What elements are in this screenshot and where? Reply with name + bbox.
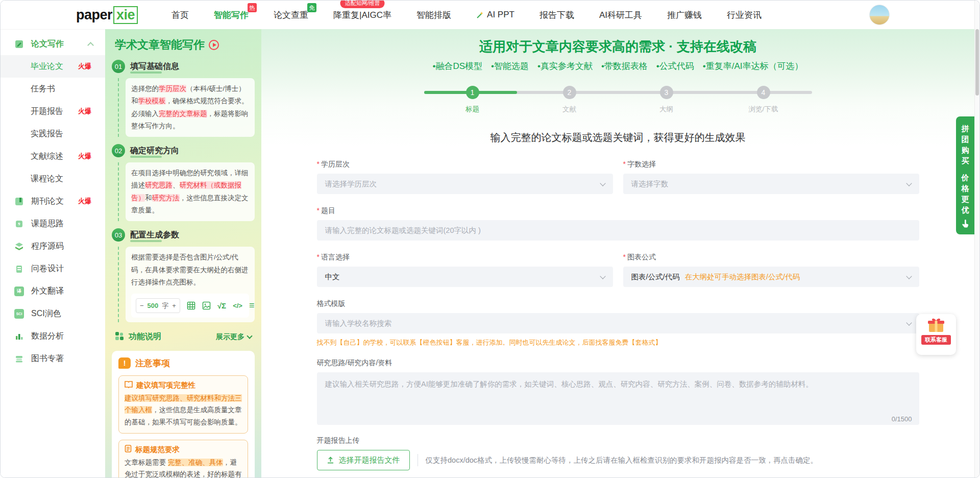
nav-item-smart-typeset[interactable]: 智能排版	[416, 9, 451, 21]
form-subtitle: 输入完整的论文标题或选题关键词，获得更好的生成效果	[261, 131, 974, 145]
plus-icon[interactable]: +	[172, 300, 176, 312]
notice-title: 注意事项	[135, 357, 170, 369]
nav-item-ai-ppt[interactable]: AI PPT	[476, 9, 514, 21]
chevron-down-icon	[600, 273, 605, 279]
upload-hint: 仅支持docx/doc格式，上传较慢需耐心等待，上传之后请在输入框检查识别的要求…	[426, 456, 818, 465]
logo[interactable]: paper xie	[76, 6, 138, 24]
education-select[interactable]: 请选择学历层次	[317, 174, 613, 194]
contact-support-float[interactable]: 联系客服	[916, 314, 956, 355]
hot-label: 火爆	[78, 197, 91, 206]
chevron-down-icon	[600, 180, 605, 186]
guide-step-3: 03 配置生成参数 根据需要选择是否包含图片/公式/代码，在具体要求需要在大纲处…	[112, 228, 255, 322]
sidebar-item-practice-report[interactable]: 实践报告	[1, 123, 105, 145]
show-more-link[interactable]: 展示更多	[216, 332, 252, 342]
sidebar-item-foreign-translation[interactable]: 译 外文翻译	[1, 280, 105, 302]
step-description: 在项目选择中明确您的研究领域，详细描述研究思路、研究材料（或数据报告）和研究方法…	[126, 162, 255, 221]
research-textarea[interactable]	[318, 373, 918, 413]
play-video-icon[interactable]	[209, 40, 219, 50]
hot-label: 火爆	[78, 107, 91, 116]
main-menu: 首页 智能写作 热 论文查重 免 降重复|AIGC率 适配知网/维普 智能排版 …	[172, 9, 762, 21]
step-description: 选择您的学历层次（本科/硕士/博士）和学校模板，确保格式规范符合要求。必须输入完…	[126, 78, 255, 137]
upload-proposal-button[interactable]: 选择开题报告文件	[317, 450, 410, 470]
chevron-down-icon	[906, 273, 912, 279]
divider	[418, 454, 418, 466]
nav-item-report-download[interactable]: 报告下载	[540, 9, 574, 21]
sidebar-item-course-paper[interactable]: 课程论文	[1, 168, 105, 190]
table-icon[interactable]	[187, 301, 195, 310]
sidebar-item-source-code[interactable]: 程序源码	[1, 235, 105, 257]
step-number: 01	[112, 60, 125, 73]
sidebar-item-graduation-thesis[interactable]: 毕业论文 火爆	[1, 55, 105, 78]
progress-step-literature[interactable]: 2 文献	[521, 86, 618, 114]
nav-item-reduce-aigc[interactable]: 降重复|AIGC率 适配知网/维普	[333, 9, 391, 21]
generation-toolbar: − 500 字 + √Σ </> ≡	[131, 294, 249, 317]
nav-item-smart-writing[interactable]: 智能写作 热	[214, 9, 249, 21]
nav-item-ai-research-tools[interactable]: AI科研工具	[599, 9, 642, 21]
app-window: paper xie 首页 智能写作 热 论文查重 免 降重复|AIGC率 适配知…	[0, 0, 980, 478]
language-select[interactable]: 中文	[317, 267, 613, 287]
nav-item-promotion[interactable]: 推广赚钱	[667, 9, 702, 21]
page-scrollbar[interactable]	[974, 1, 979, 477]
sidebar-group-thesis-writing[interactable]: 论文写作	[1, 33, 105, 55]
progress-step-download[interactable]: 4 浏览/下载	[715, 86, 812, 114]
upload-icon	[327, 457, 334, 464]
progress-step-outline[interactable]: 3 大纲	[618, 86, 715, 114]
sidebar-item-journal-paper[interactable]: 期刊论文 火爆	[1, 190, 105, 212]
sidebar-item-sci-polish[interactable]: SCI SCI润色	[1, 302, 105, 325]
sidebar-item-book-monograph[interactable]: 图书专著	[1, 347, 105, 370]
formula-icon[interactable]: √Σ	[217, 299, 226, 313]
user-avatar[interactable]	[869, 5, 890, 25]
sidebar-item-task-book[interactable]: 任务书	[1, 78, 105, 100]
sidebar-item-questionnaire[interactable]: 问卷设计	[1, 257, 105, 280]
sci-icon: SCI	[14, 309, 24, 319]
format-template-label: 格式模版	[317, 299, 919, 308]
grid-squares-icon	[115, 331, 124, 343]
nav-item-industry-news[interactable]: 行业资讯	[727, 9, 762, 21]
magic-wand-icon	[476, 11, 484, 19]
nav-item-plagiarism-check[interactable]: 论文查重 免	[274, 9, 308, 21]
word-count-select[interactable]: 请选择字数	[623, 174, 919, 194]
chart-formula-select[interactable]: 图表/公式/代码 在大纲处可手动选择图表/公式/代码	[623, 267, 919, 287]
guide-step-2: 02 确定研究方向 在项目选择中明确您的研究领域，详细描述研究思路、研究材料（或…	[112, 144, 255, 221]
page-title: 适用对于文章内容要求高的需求 · 支持在线改稿	[261, 38, 974, 56]
nav-item-home[interactable]: 首页	[172, 9, 189, 21]
step-title: 填写基础信息	[130, 61, 179, 72]
step-title: 配置生成参数	[130, 230, 179, 241]
clipboard-icon	[14, 264, 24, 274]
char-counter: 0/1500	[318, 415, 918, 423]
progress-step-title[interactable]: 1 标题	[424, 86, 521, 114]
minus-icon[interactable]: −	[140, 300, 144, 312]
guide-step-1: 01 填写基础信息 选择您的学历层次（本科/硕士/博士）和学校模板，确保格式规范…	[112, 60, 255, 137]
journal-icon	[14, 197, 24, 206]
layers-icon	[14, 242, 24, 251]
chevron-down-icon	[906, 180, 912, 186]
step-title: 确定研究方向	[130, 146, 179, 156]
feature-bullets: •融合DS模型 •智能选题 •真实参考文献 •带数据表格 •公式代码 •重复率/…	[261, 60, 974, 72]
school-search-input[interactable]	[317, 313, 919, 333]
sidebar-item-topic-ideas[interactable]: 课题思路	[1, 212, 105, 235]
research-label: 研究思路/研究内容/资料	[317, 358, 919, 368]
topic-input[interactable]	[317, 220, 919, 241]
sidebar-item-data-analysis[interactable]: 数据分析	[1, 325, 105, 347]
book-icon	[125, 381, 133, 390]
sidebar-item-literature-review[interactable]: 文献综述 火爆	[1, 145, 105, 168]
sidebar-item-proposal-report[interactable]: 开题报告 火爆	[1, 100, 105, 123]
doc-pencil-icon	[14, 39, 24, 49]
top-navbar: paper xie 首页 智能写作 热 论文查重 免 降重复|AIGC率 适配知…	[1, 1, 979, 29]
word-count-stepper[interactable]: − 500 字 +	[136, 298, 180, 313]
hand-pointer-icon	[962, 220, 969, 228]
hot-label: 火爆	[78, 62, 91, 71]
file-icon	[125, 445, 132, 454]
research-textarea-wrap: 0/1500	[317, 372, 919, 425]
scrollbar-thumb[interactable]	[975, 29, 979, 95]
chevron-up-icon	[87, 42, 94, 49]
code-icon[interactable]: </>	[233, 300, 242, 312]
image-icon[interactable]	[202, 301, 211, 310]
sidebar: 论文写作 毕业论文 火爆 任务书 开题报告 火爆 实践报告 文献综述 火爆 课程…	[1, 29, 105, 478]
warning-icon: !	[118, 357, 131, 369]
progress-steps: 1 标题 2 文献 3 大纲 4 浏览/下载	[424, 86, 812, 118]
align-lines-icon[interactable]: ≡	[249, 297, 255, 314]
translate-icon: 译	[14, 286, 24, 296]
logo-text-black: paper	[76, 7, 112, 23]
group-buy-float-button[interactable]: 拼团购买 价格更优	[956, 116, 974, 234]
